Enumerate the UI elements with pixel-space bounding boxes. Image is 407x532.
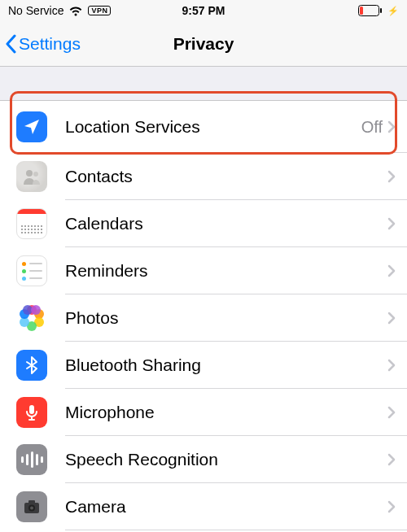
- reminders-icon: [16, 255, 47, 286]
- row-label: Reminders: [65, 261, 387, 281]
- chevron-right-icon: [387, 312, 396, 325]
- section-spacer: [0, 67, 407, 101]
- contacts-icon: [16, 161, 47, 192]
- row-speech-recognition[interactable]: Speech Recognition: [0, 436, 407, 483]
- chevron-right-icon: [387, 453, 396, 466]
- page-title: Privacy: [173, 34, 234, 54]
- wifi-icon: [68, 6, 83, 16]
- row-photos[interactable]: Photos: [0, 294, 407, 342]
- chevron-right-icon: [387, 406, 396, 419]
- svg-point-4: [33, 172, 38, 177]
- svg-point-8: [30, 507, 33, 510]
- svg-rect-2: [360, 7, 363, 15]
- microphone-icon: [16, 397, 47, 428]
- location-icon: [16, 111, 47, 142]
- camera-icon: [16, 491, 47, 522]
- row-camera[interactable]: Camera: [0, 483, 407, 530]
- carrier-label: No Service: [8, 4, 63, 17]
- row-value: Off: [361, 118, 383, 137]
- charging-icon: ⚡: [387, 6, 399, 16]
- vpn-badge: VPN: [88, 6, 111, 15]
- status-bar: No Service VPN 9:57 PM ⚡: [0, 0, 407, 21]
- row-label: Calendars: [65, 214, 387, 233]
- chevron-right-icon: [387, 170, 396, 183]
- chevron-right-icon: [387, 217, 396, 230]
- chevron-right-icon: [387, 359, 396, 372]
- row-label: Microphone: [65, 403, 387, 422]
- svg-rect-1: [380, 8, 382, 13]
- chevron-left-icon: [5, 34, 17, 54]
- chevron-right-icon: [387, 500, 396, 513]
- svg-rect-5: [29, 405, 34, 414]
- chevron-right-icon: [387, 264, 396, 277]
- row-label: Photos: [65, 308, 387, 328]
- nav-bar: Settings Privacy: [0, 21, 407, 67]
- row-label: Camera: [65, 497, 387, 517]
- settings-list: Location Services Off Contacts Calendars: [0, 101, 407, 530]
- photos-icon: [16, 303, 47, 334]
- row-reminders[interactable]: Reminders: [0, 247, 407, 294]
- back-label: Settings: [19, 34, 81, 54]
- row-label: Bluetooth Sharing: [65, 355, 387, 375]
- row-label: Speech Recognition: [65, 450, 387, 469]
- status-time: 9:57 PM: [182, 4, 225, 17]
- battery-icon: [358, 5, 383, 16]
- row-label: Location Services: [65, 117, 361, 137]
- calendars-icon: [16, 208, 47, 239]
- chevron-right-icon: [387, 120, 396, 133]
- row-microphone[interactable]: Microphone: [0, 389, 407, 436]
- row-bluetooth-sharing[interactable]: Bluetooth Sharing: [0, 342, 407, 389]
- row-contacts[interactable]: Contacts: [0, 153, 407, 200]
- svg-rect-9: [28, 500, 35, 504]
- row-location-services[interactable]: Location Services Off: [0, 101, 407, 153]
- bluetooth-icon: [16, 350, 47, 381]
- row-label: Contacts: [65, 167, 387, 186]
- row-calendars[interactable]: Calendars: [0, 200, 407, 247]
- back-button[interactable]: Settings: [0, 34, 81, 54]
- speech-icon: [16, 444, 47, 475]
- svg-point-3: [26, 170, 33, 177]
